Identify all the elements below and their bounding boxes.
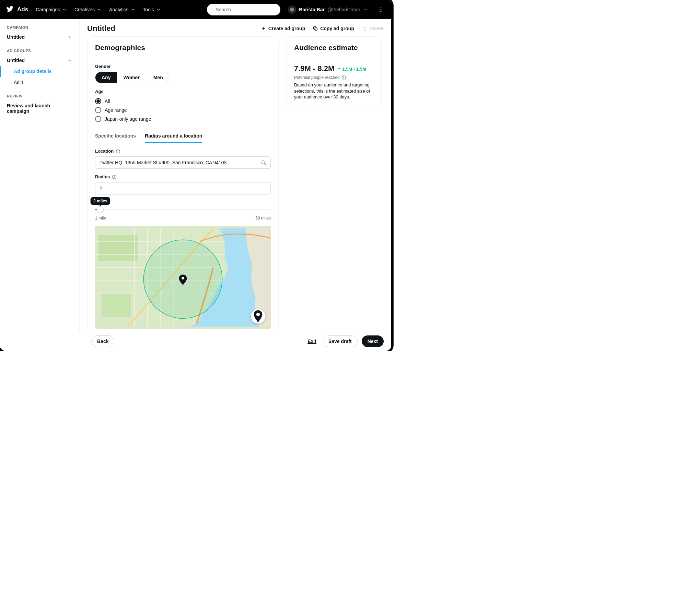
nav-campaigns[interactable]: Campaigns [36,7,67,12]
age-label: Age [95,89,271,94]
radius-input-wrap[interactable] [95,182,271,194]
arrow-up-icon [337,67,341,71]
svg-point-4 [381,9,382,10]
info-icon[interactable] [116,149,120,154]
sidebar-adgroup-item[interactable]: Untitled [0,55,79,66]
info-icon[interactable] [341,75,346,80]
gender-men[interactable]: Men [147,72,169,83]
search-input[interactable] [216,7,276,12]
gender-segment: Any Women Men [95,72,170,83]
main: Untitled Create ad group Copy ad group D… [80,19,391,331]
svg-rect-20 [102,294,131,317]
sidebar-group-adgroups: AD GROUPS [0,47,79,55]
map-canvas [95,226,271,329]
nav-links: Campaigns Creatives Analytics Tools [36,7,161,12]
chevron-down-icon [130,7,135,12]
svg-point-3 [381,7,382,8]
recenter-button[interactable] [251,309,265,323]
plus-icon [261,26,266,31]
svg-line-1 [212,10,213,10]
nav-creatives[interactable]: Creatives [74,7,102,12]
location-input[interactable] [100,160,258,165]
chevron-down-icon [62,7,67,12]
info-icon[interactable] [112,175,117,179]
nav-analytics[interactable]: Analytics [109,7,135,12]
demographics-heading: Demographics [95,44,271,58]
svg-point-13 [262,161,265,164]
sidebar-review-item[interactable]: Review and launch campaign [0,100,79,117]
nav-tools[interactable]: Tools [143,7,161,12]
audience-estimate-card: Audience estimate 7.9M - 8.2M 1.5M - 1.5… [286,36,382,107]
age-japan[interactable]: Japan-only age range [95,115,271,123]
chevron-down-icon [97,7,102,12]
location-map[interactable] [95,226,271,329]
audience-desc: Based on your audience and targeting sel… [294,82,374,100]
radius-label: Radius [95,174,271,179]
audience-metric: 7.9M - 8.2M 1.5M - 1.5M [294,64,374,73]
audience-sub: Potential people reached [294,75,374,80]
chevron-right-icon [67,34,72,40]
tab-specific-locations[interactable]: Specific locations [95,130,136,143]
audience-estimate-heading: Audience estimate [294,44,374,52]
age-range[interactable]: Age range [95,106,271,115]
svg-point-35 [182,277,184,280]
search-icon[interactable] [261,160,266,165]
demographics-card: Demographics Gender Any Women Men Age Al… [87,36,279,331]
slider-min: 1 mile [95,216,106,221]
footer: Back Exit Save draft Next [0,331,391,351]
chevron-down-icon [67,58,72,63]
age-radio-group: All Age range Japan-only age range [95,97,271,123]
sidebar-adgroup-details[interactable]: Ad group details [0,66,79,77]
gender-women[interactable]: Women [117,72,147,83]
account-handle: @thebaristabar [327,7,360,12]
copy-icon [313,26,318,31]
twitter-icon [6,5,14,14]
exit-button[interactable]: Exit [305,336,318,347]
brand-label: Ads [17,6,28,13]
sidebar-group-campaign: CAMPAIGN [0,24,79,32]
account-switcher[interactable]: Barista Bar @thebaristabar [288,5,368,14]
svg-line-14 [265,164,266,165]
copy-adgroup-button[interactable]: Copy ad group [313,26,354,31]
create-adgroup-button[interactable]: Create ad group [261,26,305,31]
search-box[interactable] [207,4,280,15]
sidebar-ad-1[interactable]: Ad 1 [0,77,79,88]
slider-thumb[interactable] [97,206,104,213]
location-label: Location [95,149,271,154]
svg-point-0 [212,9,213,10]
radio-icon [95,116,101,122]
gender-any[interactable]: Any [95,72,117,83]
save-draft-button[interactable]: Save draft [323,335,358,347]
back-button[interactable]: Back [91,335,114,347]
slider-max: 50 miles [255,216,271,221]
sidebar-group-review: REVIEW [0,93,79,100]
slider-range-labels: 1 mile 50 miles [95,216,271,221]
svg-point-2 [290,8,294,12]
page-header: Untitled Create ad group Copy ad group D… [80,19,391,36]
account-name: Barista Bar [299,7,325,12]
location-tabs: Specific locations Radius around a locat… [95,130,271,143]
slider-track [95,209,271,210]
audience-delta: 1.5M - 1.5M [337,67,366,72]
pin-icon [251,309,265,323]
age-all[interactable]: All [95,97,271,106]
chevron-down-icon [363,7,368,12]
top-nav: Ads Campaigns Creatives Analytics Tools … [0,0,391,19]
gender-label: Gender [95,64,271,69]
sidebar-campaign-item[interactable]: Untitled [0,32,79,43]
radius-slider[interactable]: 2 miles [95,200,271,216]
page-title: Untitled [87,24,115,33]
sidebar: CAMPAIGN Untitled AD GROUPS Untitled Ad … [0,19,80,331]
delete-button: Delete [362,26,384,31]
slider-tooltip: 2 miles [91,197,110,205]
svg-point-17 [114,176,115,176]
tab-radius-location[interactable]: Radius around a location [145,130,202,143]
trash-icon [362,26,367,31]
svg-rect-19 [98,235,138,261]
more-menu[interactable] [377,7,385,13]
radius-input[interactable] [100,186,266,191]
location-input-wrap[interactable] [95,156,271,169]
radio-icon [95,107,101,113]
avatar [288,5,296,14]
next-button[interactable]: Next [362,335,384,347]
